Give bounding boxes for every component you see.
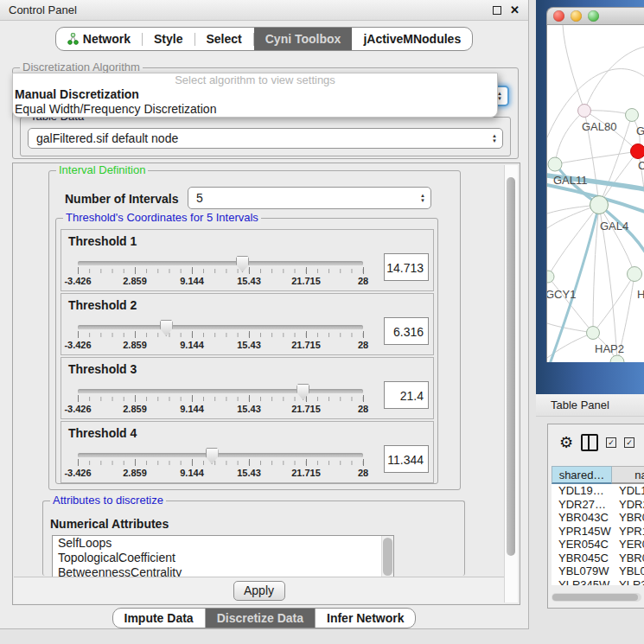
- minimize-traffic-light-icon[interactable]: [571, 10, 582, 22]
- tab-select[interactable]: Select: [195, 28, 253, 50]
- tab-network[interactable]: Network: [56, 28, 142, 50]
- float-window-icon[interactable]: [493, 6, 501, 15]
- dropdown-option[interactable]: Equal Width/Frequency Discretization: [13, 102, 497, 117]
- gear-icon[interactable]: ⚙: [559, 435, 573, 450]
- slider-track[interactable]: [78, 261, 363, 265]
- table-data-value: galFiltered.sif default node: [36, 131, 178, 145]
- algorithm-dropdown-popup: Select algorithm to view settings Manual…: [12, 73, 498, 118]
- threshold-slider[interactable]: -3.4262.8599.14415.4321.71528: [78, 230, 363, 290]
- slider-tick-label: 21.715: [291, 468, 321, 478]
- threshold-row-3: Threshold 3-3.4262.8599.14415.4321.71528…: [61, 357, 434, 419]
- column-header-shared-name[interactable]: shared…: [552, 466, 612, 484]
- node-label: GAL4: [600, 220, 628, 233]
- table-data-combobox[interactable]: galFiltered.sif default node ▲▼: [28, 128, 503, 149]
- slider-major-tick: [192, 459, 193, 466]
- slider-tick-label: 15.43: [237, 340, 261, 350]
- cell-name: YDR2: [612, 498, 644, 512]
- table-row[interactable]: YPR145WYPR1: [552, 525, 644, 539]
- threshold-value-box[interactable]: 21.4: [384, 381, 429, 409]
- tab-cyni-toolbox[interactable]: Cyni Toolbox: [254, 28, 353, 50]
- table-row[interactable]: YLR345WYLR3: [552, 578, 644, 586]
- attributes-list[interactable]: SelfLoopsTopologicalCoefficientBetweenne…: [52, 535, 394, 578]
- table-row[interactable]: YDR27…YDR2: [552, 498, 644, 512]
- network-node-hap2[interactable]: [587, 327, 600, 340]
- threshold-value-box[interactable]: 6.316: [384, 317, 429, 345]
- slider-tick-label: -3.426: [64, 404, 91, 414]
- dropdown-option[interactable]: Manual Discretization: [13, 87, 497, 102]
- threshold-slider[interactable]: -3.4262.8599.14415.4321.71528: [78, 358, 363, 418]
- slider-tick-label: -3.426: [64, 276, 91, 286]
- slider-track[interactable]: [78, 453, 363, 457]
- network-node-gcy1[interactable]: [547, 271, 554, 283]
- close-traffic-light-icon[interactable]: [553, 10, 564, 22]
- network-node-gal4[interactable]: [590, 196, 609, 214]
- bottom-tab-impute-data[interactable]: Impute Data: [113, 609, 205, 628]
- bottom-tab-discretize-data[interactable]: Discretize Data: [205, 609, 315, 628]
- cell-name: YBR0: [612, 511, 644, 525]
- slider-track[interactable]: [78, 325, 363, 329]
- checkbox-icon[interactable]: ✓: [624, 437, 634, 448]
- network-node-g[interactable]: [626, 109, 639, 122]
- network-edges: [547, 25, 644, 362]
- table-row[interactable]: YBR045CYBR0: [552, 552, 644, 565]
- group-title: Interval Definition: [56, 164, 148, 176]
- slider-major-tick: [192, 331, 193, 338]
- node-label: GAL80: [582, 120, 616, 133]
- slider-tick-label: 2.859: [123, 340, 147, 350]
- checkbox-icon[interactable]: ✓: [606, 437, 616, 448]
- slider-major-tick: [363, 459, 364, 466]
- threshold-slider[interactable]: -3.4262.8599.14415.4321.71528: [78, 294, 363, 354]
- cell-name: YDL1: [612, 484, 644, 498]
- table-row[interactable]: YER054CYER0: [552, 538, 644, 552]
- top-tab-bar: NetworkStyleSelectCyni ToolboxjActiveMNo…: [0, 27, 528, 51]
- cell-name: YPR1: [612, 525, 644, 539]
- table-rows: YDL19…YDL1YDR27…YDR2YBR043CYBR0YPR145WYP…: [552, 484, 644, 585]
- window-title: Control Panel: [9, 3, 77, 16]
- scrollbar-thumb[interactable]: [552, 594, 638, 601]
- column-header-name[interactable]: na: [612, 466, 644, 484]
- slider-major-tick: [249, 459, 250, 466]
- slider-major-tick: [78, 331, 79, 338]
- slider-tick-label: -3.426: [64, 340, 91, 350]
- scrollbar-thumb[interactable]: [507, 177, 515, 556]
- table-row[interactable]: YDL19…YDL1: [552, 484, 644, 498]
- threshold-slider[interactable]: -3.4262.8599.14415.4321.71528: [78, 422, 363, 482]
- slider-track[interactable]: [78, 389, 363, 393]
- network-window-titlebar: [546, 7, 644, 25]
- attribute-item[interactable]: TopologicalCoefficient: [53, 551, 393, 565]
- bottom-tab-infer-network[interactable]: Infer Network: [315, 609, 415, 628]
- network-node-h[interactable]: [628, 267, 642, 282]
- combo-stepper-icon[interactable]: ▲▼: [487, 134, 502, 143]
- network-node-c[interactable]: [631, 144, 644, 159]
- attribute-item[interactable]: SelfLoops: [53, 536, 393, 551]
- attributes-list-scrollbar[interactable]: [381, 536, 393, 577]
- threshold-value-box[interactable]: 11.344: [384, 445, 429, 473]
- cell-shared-name: YDR27…: [552, 498, 612, 512]
- table-horizontal-scrollbar[interactable]: [552, 593, 641, 602]
- network-view-canvas[interactable]: GAL80GCGAL11GAL4GCY1HHAP2: [546, 25, 644, 362]
- top-tabs-pill: NetworkStyleSelectCyni ToolboxjActiveMNo…: [55, 27, 473, 51]
- num-intervals-combobox[interactable]: 5 ▲▼: [188, 187, 431, 209]
- split-columns-icon[interactable]: [581, 434, 598, 451]
- network-node-gal11[interactable]: [548, 157, 562, 171]
- slider-major-tick: [192, 395, 193, 402]
- slider-major-tick: [135, 459, 136, 466]
- close-icon[interactable]: ✕: [510, 6, 520, 15]
- node-attribute-table[interactable]: shared… na YDL19…YDL1YDR27…YDR2YBR043CYB…: [552, 466, 644, 585]
- tab-jactivemnodules[interactable]: jActiveMNodules: [352, 28, 472, 50]
- slider-tick-label: 21.715: [291, 276, 321, 286]
- network-node[interactable]: [610, 355, 624, 362]
- combo-stepper-icon[interactable]: ▲▼: [415, 194, 430, 203]
- table-row[interactable]: YBR043CYBR0: [552, 511, 644, 525]
- scrollbar-thumb[interactable]: [383, 538, 392, 576]
- slider-major-tick: [135, 395, 136, 402]
- tab-style[interactable]: Style: [143, 28, 194, 50]
- zoom-traffic-light-icon[interactable]: [588, 10, 599, 22]
- control-panel-window: Control Panel ✕ NetworkStyleSelectCyni T…: [0, 0, 529, 629]
- table-row[interactable]: YBL079WYBL0: [552, 564, 644, 578]
- network-node-gal80[interactable]: [578, 105, 591, 118]
- threshold-value-box[interactable]: 14.713: [384, 253, 429, 281]
- apply-button[interactable]: Apply: [233, 581, 285, 601]
- settings-vertical-scrollbar[interactable]: [504, 165, 518, 603]
- table-panel-body: ⚙ ✓ ✓ shared… na YDL19…YDL1YDR27…YDR2YBR…: [547, 424, 644, 609]
